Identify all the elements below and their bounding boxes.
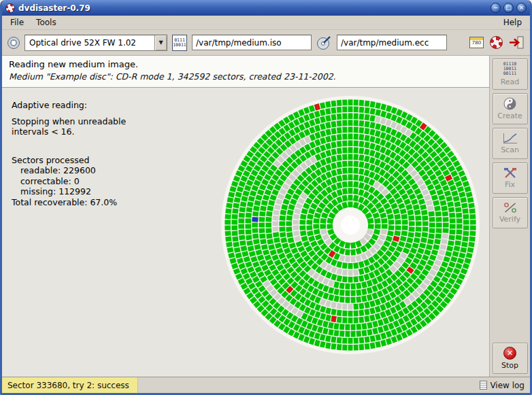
menubar: File Tools Help [2,16,530,30]
create-label: Create [497,111,522,120]
ecc-file-icon [316,35,332,51]
work-area: Adaptive reading: Stopping when unreadab… [2,88,489,377]
view-log-label: View log [490,381,525,390]
sector-spiral [210,85,491,365]
lifebuoy-icon [490,36,503,49]
correctable-count: correctable: 0 [12,176,126,187]
scan-button[interactable]: Scan [493,128,528,159]
status-message: Sector 333680, try 2: success [2,377,138,393]
menu-file[interactable]: File [4,16,30,29]
help-button[interactable] [489,35,503,50]
stop-button[interactable]: ✕ Stop [493,343,528,374]
verify-button[interactable]: Verify [493,197,528,228]
statusbar: Sector 333680, try 2: success View log [2,377,530,393]
adaptive-condition-2: intervals < 16. [12,126,126,137]
operation-status: Reading new medium image. [9,59,482,69]
adaptive-heading: Adaptive reading: [12,100,126,111]
stop-label: Stop [501,361,518,370]
verify-label: Verify [499,215,520,224]
menu-tools[interactable]: Tools [30,16,63,29]
missing-count: missing: 112992 [12,186,126,197]
adaptive-condition-1: Stopping when unreadable [12,116,126,127]
image-file-icon: 0111 10011 [172,35,187,51]
chevron-down-icon[interactable]: ▼ [154,35,167,50]
read-button[interactable]: 01110 10011 00111 Read [493,58,528,90]
app-icon [5,3,15,13]
app-window: dvdisaster-0.79 − □ × File Tools Help Op… [0,0,532,395]
view-log-button[interactable]: View log [474,377,530,393]
total-recoverable: Total recoverable: 67.0% [12,197,126,208]
scan-icon [503,133,518,144]
create-button[interactable]: Create [493,93,528,124]
readable-count: readable: 229600 [12,165,126,176]
medium-info: Medium "Example disc": CD-R mode 1, 3425… [9,71,482,82]
preferences-button[interactable]: 780 [469,36,484,49]
main-column: Reading new medium image. Medium "Exampl… [2,56,489,377]
close-button[interactable]: × [516,3,527,13]
create-icon [503,97,516,110]
read-icon: 01110 10011 00111 [503,62,517,76]
maximize-button[interactable]: □ [503,3,514,13]
verify-icon [503,202,517,213]
image-file-input[interactable] [192,35,312,50]
fix-label: Fix [505,180,515,189]
stop-icon: ✕ [503,347,516,360]
minimize-button[interactable]: − [491,3,501,13]
ecc-file-input[interactable] [337,35,447,50]
window-title: dvdisaster-0.79 [18,3,90,13]
read-label: Read [501,78,520,86]
action-sidebar: 01110 10011 00111 Read Create [489,56,530,377]
scan-label: Scan [501,145,519,154]
image-icon-line2: 10011 [173,43,186,48]
statusbar-spacer [138,377,475,393]
titlebar[interactable]: dvdisaster-0.79 − □ × [2,0,530,16]
preferences-icon: 780 [469,37,484,48]
quit-button[interactable] [508,35,525,50]
drive-select-value: Optical drive 52X FW 1.02 [25,38,154,48]
content-row: Reading new medium image. Medium "Exampl… [2,56,530,377]
sectors-heading: Sectors processed [12,155,126,166]
message-area: Reading new medium image. Medium "Exampl… [2,56,489,88]
toolbar: Optical drive 52X FW 1.02 ▼ 0111 10011 7… [2,30,530,56]
fix-button[interactable]: Fix [493,162,528,194]
menu-help[interactable]: Help [497,16,528,29]
drive-select[interactable]: Optical drive 52X FW 1.02 ▼ [24,35,167,51]
window-controls: − □ × [491,3,527,13]
fix-icon [503,167,517,179]
quit-icon [509,36,524,49]
log-icon [480,381,487,390]
progress-panel: Adaptive reading: Stopping when unreadab… [12,100,126,207]
drive-icon [7,37,20,49]
